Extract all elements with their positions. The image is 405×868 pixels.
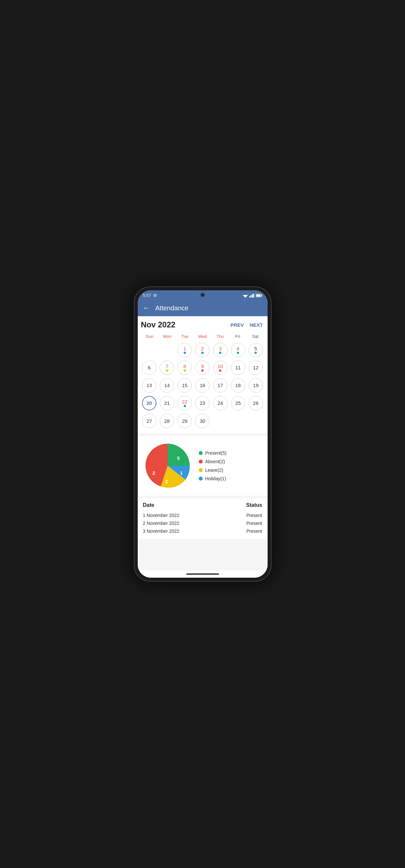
back-button[interactable]: ← <box>143 304 150 312</box>
day-number: 13 <box>147 383 152 388</box>
attendance-dot <box>166 369 168 372</box>
attendance-dot <box>201 352 204 354</box>
day-number: 25 <box>235 401 241 405</box>
day-cell[interactable]: 7 <box>159 359 176 376</box>
day-number: 23 <box>200 401 205 405</box>
leave-label: Leave(2) <box>205 467 223 473</box>
svg-rect-9 <box>256 294 260 296</box>
svg-rect-3 <box>249 296 250 298</box>
status-left: 5:57 ⚙ <box>143 293 157 298</box>
day-cell[interactable]: 18 <box>229 377 246 394</box>
date-cell: 3 November 2022 <box>143 528 202 534</box>
day-number: 20 <box>147 401 152 405</box>
day-number: 14 <box>164 383 170 388</box>
day-cell[interactable]: 2 <box>194 341 211 358</box>
svg-text:2: 2 <box>152 470 155 476</box>
day-cell[interactable]: 28 <box>159 413 176 429</box>
day-cell[interactable]: 29 <box>177 413 193 429</box>
day-cell[interactable]: 14 <box>159 377 176 394</box>
day-cell[interactable]: 9 <box>194 359 211 376</box>
day-cell[interactable] <box>159 341 176 358</box>
svg-text:1: 1 <box>180 470 182 476</box>
attendance-table: Date Status 1 November 2022Present2 Nove… <box>138 498 268 539</box>
day-cell[interactable]: 4 <box>229 341 246 358</box>
status-column-header: Status <box>202 502 262 508</box>
day-number: 15 <box>182 383 188 388</box>
day-cell[interactable]: 22 <box>177 395 193 411</box>
day-number: 22 <box>182 399 188 404</box>
day-cell[interactable]: 21 <box>159 395 176 411</box>
day-cell[interactable]: 8 <box>177 359 193 376</box>
day-number: 24 <box>217 401 223 405</box>
day-cell[interactable]: 11 <box>229 359 246 376</box>
date-cell: 2 November 2022 <box>143 521 202 526</box>
day-number: 5 <box>254 346 257 351</box>
month-header: Nov 2022 PREV NEXT <box>141 320 264 329</box>
day-cell[interactable]: 15 <box>177 377 193 394</box>
attendance-dot <box>184 405 186 407</box>
status-cell: Present <box>202 528 262 534</box>
day-number: 30 <box>200 418 205 424</box>
home-indicator <box>138 570 268 578</box>
present-label: Present(5) <box>205 451 227 456</box>
day-cell[interactable]: 20 <box>141 395 158 411</box>
day-cell[interactable]: 23 <box>194 395 211 411</box>
day-cell[interactable]: 17 <box>212 377 228 394</box>
pie-chart: 5 1 2 2 <box>143 441 192 490</box>
day-number: 21 <box>164 401 170 405</box>
day-number: 11 <box>235 365 241 370</box>
attendance-dot <box>237 352 239 354</box>
day-cell[interactable] <box>141 341 158 358</box>
app-header: ← Attendance <box>138 300 268 316</box>
day-cell[interactable]: 6 <box>141 359 158 376</box>
day-header-thu: Thu <box>211 333 229 340</box>
table-body: 1 November 2022Present2 November 2022Pre… <box>143 512 262 535</box>
day-cell[interactable]: 16 <box>194 377 211 394</box>
day-header-wed: Wed <box>194 333 212 340</box>
day-header-mon: Mon <box>158 333 176 340</box>
stats-section: 5 1 2 2 Present(5) Absent(2) <box>138 436 268 496</box>
legend-leave: Leave(2) <box>199 467 227 473</box>
day-cell[interactable]: 30 <box>194 413 211 429</box>
legend-holiday: Holiday(1) <box>199 476 227 481</box>
day-number: 26 <box>253 401 259 405</box>
attendance-dot <box>184 352 186 354</box>
status-cell: Present <box>202 521 262 526</box>
table-header: Date Status <box>143 502 262 508</box>
attendance-dot <box>219 369 221 372</box>
day-number: 17 <box>217 383 223 388</box>
day-cell[interactable]: 27 <box>141 413 158 429</box>
day-cell[interactable]: 10 <box>212 359 228 376</box>
calendar-section: Nov 2022 PREV NEXT Sun Mon Tue Wed Thu F… <box>138 316 268 433</box>
absent-dot <box>199 460 202 464</box>
attendance-dot <box>219 352 221 354</box>
day-cell[interactable]: 26 <box>247 395 264 411</box>
day-cell[interactable]: 5 <box>247 341 264 358</box>
battery-icon <box>256 293 262 298</box>
day-cell[interactable]: 19 <box>247 377 264 394</box>
day-number: 29 <box>182 418 188 424</box>
day-cell[interactable]: 13 <box>141 377 158 394</box>
svg-rect-6 <box>253 293 254 298</box>
absent-label: Absent(2) <box>205 459 225 464</box>
day-number: 4 <box>237 346 239 351</box>
prev-button[interactable]: PREV <box>229 321 245 329</box>
day-header-sun: Sun <box>141 333 159 340</box>
day-header-fri: Fri <box>229 333 247 340</box>
legend-present: Present(5) <box>199 451 227 456</box>
table-row: 2 November 2022Present <box>143 519 262 527</box>
day-cell[interactable]: 3 <box>212 341 228 358</box>
phone-screen: 5:57 ⚙ <box>138 290 268 578</box>
day-cell[interactable]: 12 <box>247 359 264 376</box>
day-cell[interactable]: 1 <box>177 341 193 358</box>
day-number: 1 <box>183 346 186 351</box>
status-right <box>243 293 262 298</box>
day-cell[interactable]: 24 <box>212 395 228 411</box>
day-number: 27 <box>147 418 152 424</box>
day-number: 12 <box>253 365 259 370</box>
svg-rect-8 <box>261 295 262 296</box>
next-button[interactable]: NEXT <box>248 321 264 329</box>
day-cell[interactable]: 25 <box>229 395 246 411</box>
page-title: Attendance <box>155 304 189 312</box>
time-display: 5:57 <box>143 293 151 298</box>
